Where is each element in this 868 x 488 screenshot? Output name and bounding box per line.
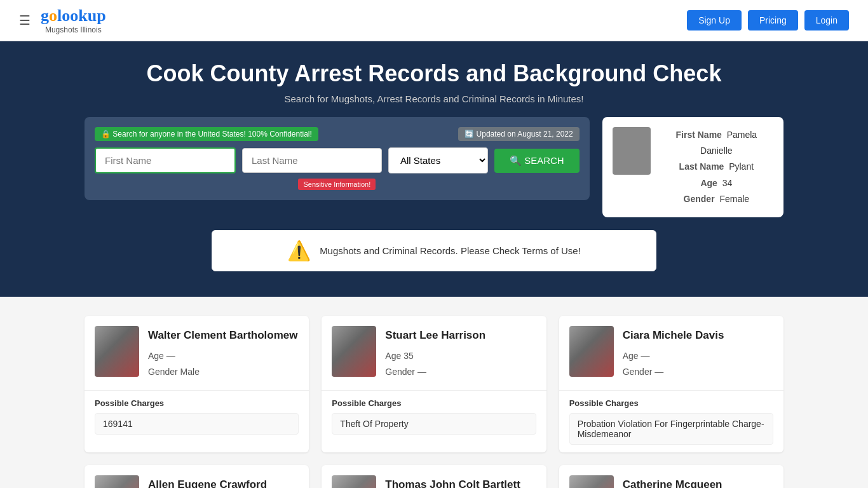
person-info: Allen Eugene Crawford Age —	[148, 475, 267, 488]
person-age: Age —	[623, 348, 724, 364]
confidential-badge: 🔒 Search for anyone in the United States…	[95, 127, 318, 141]
charges-section: Possible Charges Probation Violation For…	[559, 390, 783, 452]
person-age: Age 35	[385, 348, 485, 364]
lastname-value: Pylant	[729, 161, 754, 172]
person-avatar	[569, 326, 614, 377]
logo-subtitle: Mugshots Illinois	[45, 25, 102, 34]
charge-item: Theft Of Property	[332, 413, 536, 435]
person-name: Thomas John Colt Bartlett	[385, 475, 520, 488]
search-top-bar: 🔒 Search for anyone in the United States…	[95, 127, 580, 141]
person-name: Allen Eugene Crawford	[148, 475, 267, 488]
person-name: Ciara Michele Davis	[623, 326, 724, 346]
search-container: 🔒 Search for anyone in the United States…	[85, 117, 783, 217]
sensitive-badge: Sensitive Information!	[298, 179, 376, 190]
person-gender: Gender Male	[148, 364, 298, 380]
logo-text: golookup	[41, 6, 106, 25]
person-name: Stuart Lee Harrison	[385, 326, 485, 346]
profile-info: First Name Pamela Danielle Last Name Pyl…	[660, 127, 773, 207]
profile-card: First Name Pamela Danielle Last Name Pyl…	[602, 117, 783, 217]
profile-gender-row: Gender Female	[660, 191, 773, 207]
charge-item: 169141	[95, 413, 299, 435]
search-box: 🔒 Search for anyone in the United States…	[85, 117, 590, 200]
charges-label: Possible Charges	[569, 398, 773, 408]
person-card-bottom[interactable]: Allen Eugene Crawford Age —	[85, 465, 309, 488]
person-info: Ciara Michele Davis Age — Gender —	[623, 326, 724, 380]
person-card-top: Walter Clement Bartholomew Age — Gender …	[85, 316, 309, 390]
state-select[interactable]: All StatesAlabamaAlaskaArizonaArkansasCa…	[388, 147, 488, 173]
person-info: Stuart Lee Harrison Age 35 Gender —	[385, 326, 485, 380]
page-subtitle: Search for Mugshots, Arrest Records and …	[13, 93, 855, 104]
person-avatar	[95, 326, 139, 377]
person-info: Thomas John Colt Bartlett Age —	[385, 475, 520, 488]
last-name-input[interactable]	[242, 148, 382, 173]
warning-text: Mugshots and Criminal Records. Please Ch…	[320, 245, 581, 256]
charges-section: Possible Charges 169141	[85, 390, 309, 442]
lastname-label: Last Name	[679, 161, 724, 172]
person-info: Catherine Mcqueen Age —	[623, 475, 722, 488]
person-info: Walter Clement Bartholomew Age — Gender …	[148, 326, 298, 380]
person-card-top: Stuart Lee Harrison Age 35 Gender —	[322, 316, 546, 390]
person-card[interactable]: Ciara Michele Davis Age — Gender — Possi…	[559, 316, 783, 452]
person-avatar	[95, 475, 139, 488]
profile-lastname-row: Last Name Pylant	[660, 159, 773, 175]
search-inputs: All StatesAlabamaAlaskaArizonaArkansasCa…	[95, 147, 580, 173]
person-card-bottom[interactable]: Thomas John Colt Bartlett Age —	[322, 465, 546, 488]
age-label: Age	[700, 178, 717, 188]
person-gender: Gender —	[623, 364, 724, 380]
header-left: ☰ golookup Mugshots Illinois	[19, 6, 106, 34]
person-avatar	[569, 475, 614, 488]
profile-avatar	[613, 127, 651, 175]
charges-label: Possible Charges	[332, 398, 536, 408]
search-button[interactable]: 🔍 SEARCH	[494, 149, 580, 173]
signup-button[interactable]: Sign Up	[687, 10, 742, 30]
site-logo: golookup Mugshots Illinois	[41, 6, 106, 34]
gender-label: Gender	[684, 194, 715, 204]
person-name: Walter Clement Bartholomew	[148, 326, 298, 346]
charges-section: Possible Charges Theft Of Property	[322, 390, 546, 442]
gender-value: Female	[719, 194, 749, 204]
person-card-bottom[interactable]: Catherine Mcqueen Age —	[559, 465, 783, 488]
firstname-label: First Name	[676, 130, 722, 140]
charges-label: Possible Charges	[95, 398, 299, 408]
updated-badge: 🔄 Updated on August 21, 2022	[458, 127, 579, 141]
page-title: Cook County Arrest Records and Backgroun…	[13, 60, 855, 87]
profile-age-row: Age 34	[660, 175, 773, 191]
charge-item: Probation Violation For Fingerprintable …	[569, 413, 773, 445]
header-right: Sign Up Pricing Login	[687, 10, 849, 30]
first-name-input[interactable]	[95, 147, 236, 173]
site-header: ☰ golookup Mugshots Illinois Sign Up Pri…	[0, 0, 868, 41]
person-card[interactable]: Walter Clement Bartholomew Age — Gender …	[85, 316, 309, 452]
person-avatar	[332, 326, 376, 377]
pricing-button[interactable]: Pricing	[748, 10, 798, 30]
person-card[interactable]: Stuart Lee Harrison Age 35 Gender — Poss…	[322, 316, 546, 452]
warning-bar: ⚠️ Mugshots and Criminal Records. Please…	[212, 230, 656, 271]
person-avatar	[332, 475, 376, 488]
person-name: Catherine Mcqueen	[623, 475, 722, 488]
bottom-row: Allen Eugene Crawford Age — Thomas John …	[85, 465, 783, 488]
hamburger-menu[interactable]: ☰	[19, 13, 31, 28]
login-button[interactable]: Login	[804, 10, 849, 30]
cards-grid: Walter Clement Bartholomew Age — Gender …	[85, 316, 783, 452]
warning-icon: ⚠️	[287, 240, 311, 262]
profile-firstname-row: First Name Pamela Danielle	[660, 127, 773, 159]
person-age: Age —	[148, 348, 298, 364]
content-section: Walter Clement Bartholomew Age — Gender …	[0, 297, 868, 488]
person-card-top: Ciara Michele Davis Age — Gender —	[559, 316, 783, 390]
person-gender: Gender —	[385, 364, 485, 380]
hero-section: Cook County Arrest Records and Backgroun…	[0, 41, 868, 297]
age-value: 34	[722, 178, 733, 188]
